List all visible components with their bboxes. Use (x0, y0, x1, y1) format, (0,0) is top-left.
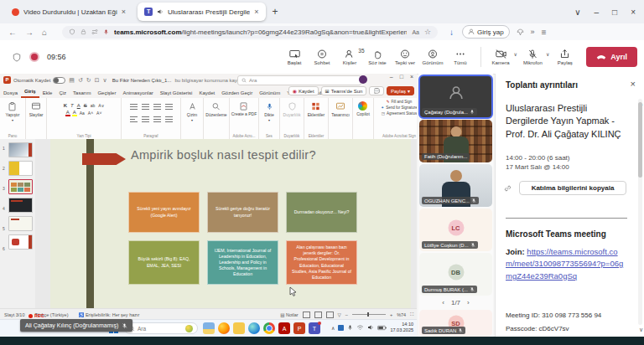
underline-button[interactable]: A (76, 103, 81, 108)
participant-tile-sadik[interactable]: SD Sadık DURAN (419, 310, 492, 337)
editing-button[interactable]: Düzenleme (205, 101, 226, 117)
sign-in-button[interactable]: Giriş yap (462, 25, 510, 39)
camera-chevron-icon[interactable]: ∨ (514, 51, 517, 57)
ribbon-tab-ciz[interactable]: Çiz (55, 89, 70, 98)
redo-icon[interactable]: ↻ (86, 77, 91, 84)
tab-close-icon[interactable]: × (122, 8, 126, 16)
ribbon-tab-slayt-gosterisi[interactable]: Slayt Gösterisi (157, 89, 196, 98)
permissions-icon[interactable] (91, 28, 98, 35)
participant-tile-oguzhan[interactable]: OGUZHAN GENC... (419, 164, 492, 207)
align-right-button[interactable] (153, 116, 162, 123)
new-tab-button[interactable]: + (273, 6, 278, 18)
clear-format-button[interactable]: A∨ (97, 103, 105, 108)
hidden-icons-chevron-icon[interactable]: ∧ (331, 325, 335, 331)
ribbon-tab-kaydet[interactable]: Kaydet (195, 89, 218, 98)
create-pdf-button[interactable]: Create a PDF (231, 101, 257, 117)
chat-button[interactable]: Sohbet (309, 49, 335, 65)
ppt-minimize-button[interactable]: – (390, 74, 393, 80)
designer-button[interactable]: Tasarımcı (331, 101, 350, 117)
zoom-level[interactable]: %74 (397, 312, 406, 317)
battery-icon[interactable] (377, 325, 387, 331)
highlight-button[interactable]: A (72, 110, 77, 116)
bookmark-star-icon[interactable]: ☆ (424, 28, 431, 36)
grow-font-button[interactable]: A˄ (87, 111, 94, 116)
tray-app-icon[interactable] (338, 325, 344, 331)
participant-tile-durmus[interactable]: DB Durmuş BURAK (... (419, 253, 492, 296)
leave-button[interactable]: Ayrıl (586, 47, 637, 67)
camera-button[interactable]: Kamera (488, 49, 514, 65)
ribbon-tab-gorunum[interactable]: Görünüm (256, 89, 283, 98)
ppt-search-box[interactable]: Ara (237, 75, 361, 85)
comments-button[interactable]: 💬 (369, 86, 384, 95)
participant-tile-fatih[interactable]: Fatih (Doğrulanm... (419, 120, 492, 162)
extensions-icon[interactable]: » (531, 28, 535, 36)
ppt-share-button[interactable]: Paylaş▾ (387, 86, 414, 95)
mic-permission-icon[interactable] (103, 28, 109, 35)
panel-close-icon[interactable]: × (631, 79, 636, 89)
present-icon[interactable]: ⊡ (95, 77, 100, 84)
present-in-teams-button[interactable]: ⊞Teams'de Sun (321, 86, 367, 95)
undo-icon[interactable]: ↺ (78, 77, 83, 84)
slide-counter[interactable]: Slayt 3/10 (4, 312, 24, 317)
slide-thumbnail-4[interactable] (8, 198, 33, 213)
share-button[interactable]: Paylaş (552, 49, 578, 65)
sensitivity-button[interactable]: Duyarlılık (283, 101, 301, 117)
tab-list-chevron-icon[interactable]: ∨ (574, 8, 580, 17)
ppt-close-button[interactable]: × (410, 74, 413, 80)
italic-button[interactable]: T (70, 103, 75, 108)
wifi-icon[interactable] (356, 324, 364, 331)
send-for-signature-button[interactable]: ✦Send for Signature (381, 106, 417, 110)
more-button[interactable]: Tümü (448, 49, 474, 65)
drawing-button[interactable]: Çizim▾ (187, 101, 198, 122)
tab-close-icon[interactable]: × (254, 8, 258, 16)
chrome-icon[interactable] (263, 322, 275, 334)
participant-tile-lutfiye[interactable]: LC Lütfiye Coşkun (D... (419, 209, 492, 251)
address-field[interactable]: teams.microsoft.com/light-meetings/launc… (62, 26, 438, 39)
record-button[interactable]: ◉Kaydet (288, 86, 319, 95)
align-left-button[interactable] (129, 116, 138, 123)
back-icon[interactable]: ← (8, 28, 17, 37)
zoom-out-button[interactable]: – (345, 312, 348, 317)
tray-mic-icon[interactable] (347, 324, 353, 331)
powerpoint-icon[interactable]: P (293, 322, 305, 334)
mic-chevron-icon[interactable]: ∨ (546, 51, 549, 57)
tab-video-durduruldu[interactable]: Video Durduruldu | Uzaktan Eği × (5, 3, 132, 21)
firefox-icon[interactable] (218, 322, 230, 334)
change-case-button[interactable]: Aa (79, 111, 86, 116)
shrink-font-button[interactable]: A˅ (96, 111, 102, 116)
acrobat-icon[interactable]: A (278, 322, 290, 334)
forward-icon[interactable]: → (25, 28, 34, 37)
mic-button[interactable]: Mikrofon (520, 49, 546, 65)
ppt-slide-canvas[interactable]: Ampirik boşluk nasıl tespit edilir? Süre… (35, 139, 417, 308)
justify-button[interactable] (164, 116, 174, 123)
teams-icon[interactable]: T (309, 322, 320, 334)
maximize-button[interactable]: □ (612, 8, 617, 17)
new-slide-button[interactable]: Slaytlar (29, 101, 44, 117)
home-icon[interactable]: ⌂ (42, 28, 47, 37)
ribbon-tab-giris[interactable]: Giriş (21, 87, 39, 98)
slide-thumbnail-5[interactable] (8, 216, 33, 231)
notes-button[interactable]: ▤ Notlar (280, 312, 298, 317)
pager-prev-icon[interactable]: ‹ (442, 299, 444, 306)
firefox-view-icon[interactable] (517, 28, 524, 36)
ribbon-tab-animasyonlar[interactable]: Animasyonlar (119, 89, 156, 98)
downloads-icon[interactable]: ↓ (449, 28, 454, 37)
ribbon-tab-gecisler[interactable]: Geçişler (94, 89, 119, 98)
edge-icon[interactable] (248, 322, 260, 334)
menu-icon[interactable]: ≡ (542, 28, 547, 37)
folder-icon[interactable] (233, 322, 245, 334)
react-button[interactable]: Tepki ver (392, 49, 418, 65)
ppt-restore-button[interactable]: □ (400, 74, 403, 80)
strikethrough-button[interactable]: S (83, 103, 88, 108)
minimize-button[interactable]: – (595, 8, 600, 17)
scroll-down-icon[interactable]: ∨ (639, 327, 643, 333)
slideshow-view-icon[interactable]: ▽ (338, 312, 341, 317)
save-icon[interactable]: ▤ (69, 77, 75, 84)
tab-teams-meeting[interactable]: T Uluslararası Prestijli Dergile × (138, 3, 266, 21)
ppt-thumbnail-panel[interactable]: 1 2 3 4 5 6 (0, 139, 35, 308)
taskbar-clock[interactable]: 14:1017.03.2025 (390, 322, 413, 333)
zoom-slider[interactable] (352, 314, 386, 315)
taskbar-search[interactable]: Ara (124, 322, 198, 334)
agreement-status-button[interactable]: ◳Agreement Status (382, 111, 417, 116)
paste-button[interactable]: Yapıştır▾ (6, 101, 20, 122)
